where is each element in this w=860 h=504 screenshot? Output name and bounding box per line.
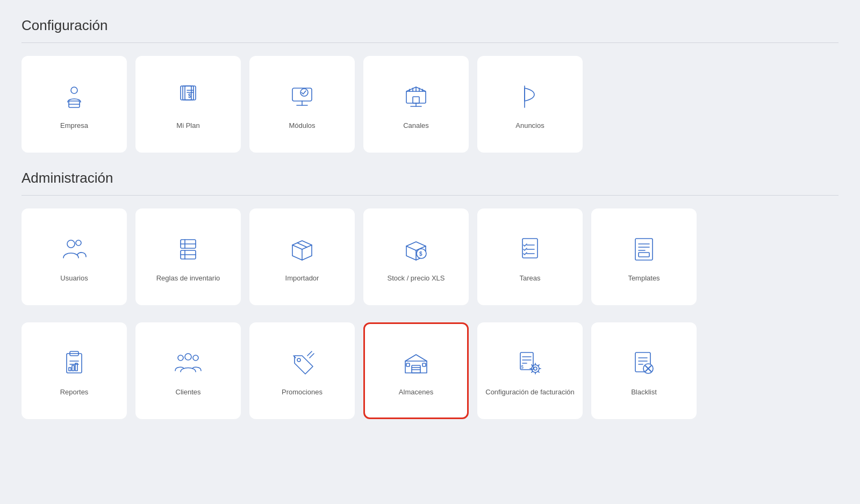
reglas-icon — [171, 232, 205, 267]
card-modulos[interactable]: Módulos — [249, 56, 355, 153]
card-miplan[interactable]: $ Mi Plan — [135, 56, 241, 153]
administracion-divider — [22, 195, 838, 196]
svg-point-59 — [297, 358, 300, 362]
svg-rect-66 — [422, 363, 426, 366]
anuncios-icon — [513, 80, 547, 114]
empresa-label: Empresa — [56, 121, 92, 129]
card-reglas[interactable]: Reglas de inventario — [135, 208, 241, 305]
canales-label: Canales — [399, 121, 433, 129]
facturacion-icon: $ — [513, 346, 547, 380]
svg-rect-53 — [69, 368, 71, 371]
svg-rect-48 — [639, 253, 649, 257]
card-facturacion[interactable]: $ Configuración de facturación — [477, 322, 583, 419]
svg-point-58 — [193, 355, 198, 361]
svg-point-56 — [185, 354, 191, 360]
svg-line-81 — [538, 371, 539, 372]
clientes-label: Clientes — [171, 388, 205, 396]
svg-text:$: $ — [521, 364, 524, 370]
svg-line-34 — [297, 243, 307, 247]
card-anuncios[interactable]: Anuncios — [477, 56, 583, 153]
almacenes-label: Almacenes — [395, 388, 438, 396]
usuarios-label: Usuarios — [56, 274, 92, 282]
svg-point-24 — [76, 240, 81, 246]
svg-point-75 — [534, 367, 537, 370]
modulos-icon — [285, 80, 319, 114]
administracion-title: Administración — [22, 170, 838, 186]
svg-point-0 — [71, 87, 77, 93]
templates-icon — [627, 232, 661, 267]
almacenes-icon — [399, 346, 433, 380]
card-reportes[interactable]: Reportes — [22, 322, 127, 419]
importador-label: Importador — [281, 274, 324, 282]
configuracion-grid: Empresa $ Mi Plan — [22, 56, 838, 153]
card-tareas[interactable]: Tareas — [477, 208, 583, 305]
svg-line-82 — [532, 371, 533, 372]
card-canales[interactable]: Canales — [363, 56, 469, 153]
clientes-icon — [171, 346, 205, 380]
card-usuarios[interactable]: Usuarios — [22, 208, 127, 305]
reglas-label: Reglas de inventario — [152, 274, 225, 282]
stock-label: Stock / precio XLS — [383, 274, 449, 282]
card-promociones[interactable]: Promociones — [249, 322, 355, 419]
svg-rect-13 — [406, 91, 426, 103]
administracion-row2: Reportes Clientes — [22, 322, 838, 419]
promociones-icon — [285, 346, 319, 380]
configuracion-divider — [22, 42, 838, 43]
tareas-label: Tareas — [515, 274, 544, 282]
modulos-label: Módulos — [284, 121, 319, 129]
page-container: Configuración Empresa — [22, 17, 838, 419]
templates-label: Templates — [624, 274, 664, 282]
blacklist-icon — [627, 346, 661, 380]
svg-rect-9 — [292, 88, 312, 101]
svg-rect-64 — [412, 365, 420, 373]
svg-line-35 — [406, 246, 416, 250]
card-importador[interactable]: Importador — [249, 208, 355, 305]
usuarios-icon — [57, 232, 91, 267]
reportes-label: Reportes — [56, 388, 93, 396]
configuracion-title: Configuración — [22, 17, 838, 34]
card-blacklist[interactable]: Blacklist — [591, 322, 697, 419]
svg-line-61 — [307, 351, 312, 356]
svg-text:$: $ — [188, 93, 191, 99]
administracion-row1: Usuarios Reglas de inventario — [22, 208, 838, 305]
svg-line-83 — [538, 364, 539, 365]
svg-point-57 — [178, 355, 183, 361]
card-almacenes[interactable]: Almacenes — [363, 322, 469, 419]
card-empresa[interactable]: Empresa — [22, 56, 127, 153]
svg-line-62 — [310, 354, 314, 358]
svg-line-80 — [532, 364, 533, 365]
canales-icon — [399, 80, 433, 114]
miplan-icon: $ — [171, 80, 205, 114]
miplan-label: Mi Plan — [172, 121, 204, 129]
svg-rect-65 — [406, 363, 410, 366]
card-templates[interactable]: Templates — [591, 208, 697, 305]
svg-rect-54 — [72, 365, 74, 371]
anuncios-label: Anuncios — [511, 121, 548, 129]
empresa-icon — [57, 80, 91, 114]
tareas-icon — [513, 232, 547, 267]
reportes-icon — [57, 346, 91, 380]
importador-icon — [285, 232, 319, 267]
promociones-label: Promociones — [277, 388, 327, 396]
stock-icon: $ — [399, 232, 433, 267]
blacklist-label: Blacklist — [627, 388, 661, 396]
facturacion-label: Configuración de facturación — [481, 388, 579, 396]
card-clientes[interactable]: Clientes — [135, 322, 241, 419]
svg-line-31 — [292, 245, 302, 249]
svg-rect-21 — [413, 97, 419, 103]
card-stock[interactable]: $ Stock / precio XLS — [363, 208, 469, 305]
svg-text:$: $ — [419, 251, 422, 257]
svg-point-23 — [67, 240, 75, 248]
